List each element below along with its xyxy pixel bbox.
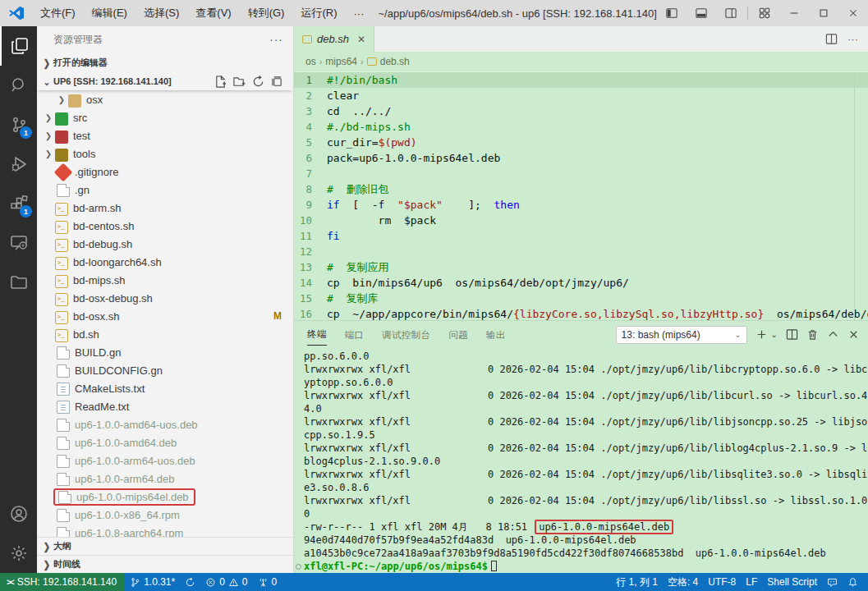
notifications-bell-icon[interactable] [843, 573, 863, 591]
toggle-sidebar-icon[interactable] [657, 0, 687, 26]
menu-item[interactable]: 编辑(E) [85, 3, 135, 23]
collapse-all-icon[interactable] [271, 76, 283, 88]
cursor-position[interactable]: 行 1, 列 1 [611, 573, 663, 591]
tree-item-bd.sh[interactable]: bd.sh [37, 325, 293, 343]
run-debug-icon[interactable] [0, 144, 37, 184]
tree-item-bd-arm.sh[interactable]: bd-arm.sh [37, 199, 293, 217]
toggle-secondary-sidebar-icon[interactable] [716, 0, 746, 26]
tree-item-BUILD.gn[interactable]: BUILD.gn [37, 343, 293, 361]
new-folder-icon[interactable] [233, 76, 246, 88]
sync-status[interactable] [180, 573, 200, 591]
account-icon[interactable] [0, 494, 37, 534]
tree-item-bd-osx.sh[interactable]: bd-osx.shM [37, 307, 293, 325]
panel-tab-终端[interactable]: 终端 [307, 323, 327, 346]
extensions-icon[interactable]: 1 [0, 184, 37, 223]
explorer-icon[interactable] [0, 26, 37, 66]
menu-item[interactable]: 运行(R) [293, 3, 344, 23]
panel-tab-问题[interactable]: 问题 [448, 324, 468, 346]
tree-item-up6-1.0.0-amd64.deb[interactable]: up6-1.0.0-amd64.deb [37, 433, 293, 451]
tree-item-test[interactable]: ❯test [37, 126, 293, 144]
code-line-7[interactable]: 7 [294, 166, 868, 181]
sidebar-section-大纲[interactable]: ❯大纲 [37, 537, 293, 555]
code-line-5[interactable]: 5cur_dir=$(pwd) [294, 135, 868, 150]
tree-item-bd-debug.sh[interactable]: bd-debug.sh [37, 235, 293, 253]
tree-item-up6-1.0.8-aarch64.rpm[interactable]: up6-1.0.8-aarch64.rpm [37, 524, 293, 537]
code-line-6[interactable]: 6pack=up6-1.0.0-mips64el.deb [294, 150, 868, 166]
tree-item-ReadMe.txt[interactable]: ReadMe.txt [37, 397, 293, 415]
eol-setting[interactable]: LF [741, 573, 762, 591]
git-branch-status[interactable]: 1.0.31* [125, 573, 180, 591]
close-tab-icon[interactable]: ✕ [357, 34, 365, 45]
toggle-panel-icon[interactable] [687, 0, 716, 26]
tree-item-up6-1.0.0-arm64.deb[interactable]: up6-1.0.0-arm64.deb [37, 470, 293, 488]
maximize-button[interactable] [809, 0, 838, 26]
code-line-15[interactable]: 15# 复制库 [294, 291, 868, 306]
code-line-16[interactable]: 16cp ~/app/appcore/bin/mips64/{libzyCore… [294, 306, 868, 320]
tree-item-up6-1.0.0-amd64-uos.deb[interactable]: up6-1.0.0-amd64-uos.deb [37, 415, 293, 433]
split-editor-icon[interactable] [825, 33, 838, 45]
settings-gear-icon[interactable] [0, 534, 37, 573]
tree-item-src[interactable]: ❯src [37, 108, 293, 126]
tree-item-CMakeLists.txt[interactable]: CMakeLists.txt [37, 379, 293, 397]
split-terminal-icon[interactable] [786, 328, 798, 341]
terminal-profile-dropdown-icon[interactable]: ⌄ [771, 330, 778, 339]
terminal-session-select[interactable]: 13: bash (mips64) ⌄ [616, 326, 747, 344]
panel-tab-端口[interactable]: 端口 [345, 324, 365, 346]
remote-explorer-icon[interactable] [0, 223, 37, 263]
editor-more-actions-icon[interactable]: ··· [847, 33, 858, 45]
code-line-9[interactable]: 9if [ -f "$pack" ]; then [294, 197, 868, 213]
source-control-icon[interactable]: 1 [0, 105, 37, 144]
menu-item[interactable]: 选择(S) [136, 3, 186, 23]
tree-item-tools[interactable]: ❯tools [37, 144, 293, 163]
terminal-output[interactable]: pp.so.6.0.0lrwxrwxrwx xfl/xfl 0 2026-02-… [294, 348, 868, 573]
remote-indicator[interactable]: >< SSH: 192.168.141.140 [0, 573, 125, 591]
tree-item-bd-centos.sh[interactable]: bd-centos.sh [37, 217, 293, 235]
menu-item[interactable]: 查看(V) [188, 3, 238, 23]
indentation-setting[interactable]: 空格: 4 [663, 573, 703, 591]
tree-item-bd-osx-debug.sh[interactable]: bd-osx-debug.sh [37, 289, 293, 307]
code-line-14[interactable]: 14cp bin/mips64/up6 os/mips64/deb/opt/jm… [294, 275, 868, 291]
tree-item-.gitignore[interactable]: .gitignore [37, 163, 293, 181]
breadcrumb[interactable]: os › mips64 › deb.sh [294, 52, 868, 72]
code-line-13[interactable]: 13# 复制应用 [294, 259, 868, 275]
tree-item-bd-mips.sh[interactable]: bd-mips.sh [37, 271, 293, 289]
problems-status[interactable]: 0 0 [200, 573, 252, 591]
feedback-icon[interactable] [822, 573, 843, 591]
tree-item-osx[interactable]: ❯osx [37, 90, 293, 108]
code-line-11[interactable]: 11fi [294, 228, 868, 244]
menu-item[interactable]: 转到(G) [241, 3, 292, 23]
search-icon[interactable] [0, 66, 37, 105]
panel-tab-输出[interactable]: 输出 [486, 324, 506, 346]
code-line-8[interactable]: 8# 删除旧包 [294, 181, 868, 197]
sidebar-more-actions-icon[interactable]: ··· [269, 33, 283, 46]
maximize-panel-icon[interactable] [827, 328, 839, 341]
tree-item-up6-1.0.0-x86_64.rpm[interactable]: up6-1.0.0-x86_64.rpm [37, 506, 293, 524]
tree-item-up6-1.0.0-arm64-uos.deb[interactable]: up6-1.0.0-arm64-uos.deb [37, 451, 293, 470]
refresh-icon[interactable] [252, 76, 264, 88]
code-line-3[interactable]: 3cd ../../ [294, 103, 868, 119]
close-window-button[interactable] [838, 0, 868, 26]
code-line-1[interactable]: 1#!/bin/bash [294, 72, 868, 88]
code-editor[interactable]: 1#!/bin/bash2clear3cd ../../4#./bd-mips.… [294, 72, 868, 320]
tree-item-BUILDCONFIG.gn[interactable]: BUILDCONFIG.gn [37, 361, 293, 379]
menu-item[interactable]: 文件(F) [33, 3, 83, 23]
sidebar-section-时间线[interactable]: ❯时间线 [37, 555, 293, 573]
tree-item-.gn[interactable]: .gn [37, 181, 293, 199]
tree-item-up6-1.0.0-mips64el.deb[interactable]: up6-1.0.0-mips64el.deb [37, 488, 293, 506]
code-line-2[interactable]: 2clear [294, 88, 868, 103]
close-panel-icon[interactable] [847, 328, 860, 341]
code-line-12[interactable]: 12 [294, 244, 868, 259]
open-editors-section[interactable]: ❯ 打开的编辑器 [37, 53, 293, 72]
tab-deb-sh[interactable]: deb.sh ✕ [294, 26, 374, 52]
encoding-setting[interactable]: UTF-8 [703, 573, 741, 591]
kill-terminal-icon[interactable] [806, 328, 819, 341]
code-line-4[interactable]: 4#./bd-mips.sh [294, 119, 868, 135]
new-file-icon[interactable] [214, 76, 227, 88]
minimize-button[interactable] [779, 0, 809, 26]
new-terminal-icon[interactable] [755, 328, 768, 341]
ports-status[interactable]: 0 [253, 573, 282, 591]
folder-view-icon[interactable] [0, 263, 37, 302]
code-line-10[interactable]: 10 rm $pack [294, 213, 868, 228]
customize-layout-icon[interactable] [750, 0, 779, 26]
workspace-section[interactable]: ⌄ UP6 [SSH: 192.168.141.140] [37, 72, 293, 90]
